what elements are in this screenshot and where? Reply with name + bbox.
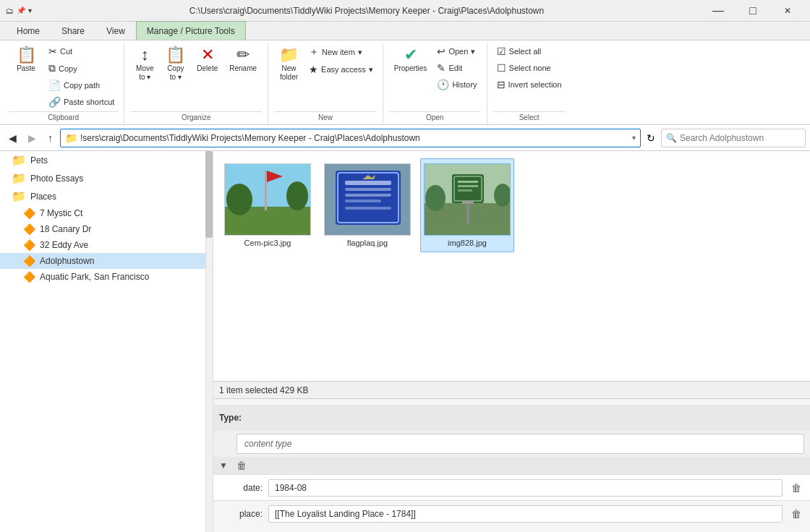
back-button[interactable]: ◀ xyxy=(4,129,21,147)
organize-group: ↕ Moveto ▾ 📋 Copyto ▾ ✕ Delete ✏ Rename … xyxy=(124,43,268,124)
svg-rect-2 xyxy=(265,171,267,210)
sidebar-item-18canary[interactable]: 🔶 18 Canary Dr xyxy=(0,221,213,237)
svg-rect-17 xyxy=(452,174,484,203)
copy-to-button[interactable]: 📋 Copyto ▾ xyxy=(161,43,190,85)
delete-field-icon[interactable]: 🗑 xyxy=(234,458,250,473)
clipboard-small-btns: ✂ Cut ⧉ Copy 📄 Copy path 🔗 Paste shortcu… xyxy=(45,43,118,110)
folder-path-icon: 📁 xyxy=(65,132,77,144)
type-label: Type: xyxy=(219,413,242,423)
open-button[interactable]: ↩ Open ▾ xyxy=(433,43,480,59)
file-item-1[interactable]: flagplaq.jpg xyxy=(320,158,414,252)
tab-home[interactable]: Home xyxy=(6,21,51,40)
properties-icon: ✔ xyxy=(404,47,417,63)
new-folder-label: Newfolder xyxy=(280,64,298,82)
sidebar-scrollbar-thumb[interactable] xyxy=(205,151,213,238)
refresh-button[interactable]: ↻ xyxy=(644,129,658,147)
content-type-box[interactable]: content type xyxy=(236,434,804,454)
svg-point-5 xyxy=(286,181,308,210)
sidebar-item-photo-essays[interactable]: 📁 Photo Essays xyxy=(0,169,213,187)
edit-button[interactable]: ✎ Edit xyxy=(433,60,480,76)
copy-path-button[interactable]: 📄 Copy path xyxy=(45,77,118,93)
easy-access-button[interactable]: ★ Easy access ▾ xyxy=(305,61,377,77)
sidebar-item-pets[interactable]: 📁 Pets xyxy=(0,151,213,169)
forward-button[interactable]: ▶ xyxy=(24,129,40,147)
tab-picture-tools[interactable]: Manage / Picture Tools xyxy=(136,21,246,40)
select-btns: ☑ Select all ☐ Select none ⊟ Invert sele… xyxy=(493,43,566,93)
sidebar-scroll: 📁 Pets 📁 Photo Essays 📁 Places 🔶 7 Mysti… xyxy=(0,151,213,532)
select-group: ☑ Select all ☐ Select none ⊟ Invert sele… xyxy=(487,43,571,124)
sidebar-item-places[interactable]: 📁 Places xyxy=(0,187,213,205)
paste-icon: 📋 xyxy=(17,47,36,63)
thumb-svg-0 xyxy=(225,163,310,236)
folder-icon: 📁 xyxy=(12,171,26,185)
tab-share[interactable]: Share xyxy=(51,21,95,40)
main-area: 📁 Pets 📁 Photo Essays 📁 Places 🔶 7 Mysti… xyxy=(0,151,810,532)
search-box[interactable]: 🔍 xyxy=(661,129,806,147)
quick-access-pin: 📌 xyxy=(17,7,25,14)
search-input[interactable] xyxy=(680,133,801,143)
organize-group-items: ↕ Moveto ▾ 📋 Copyto ▾ ✕ Delete ✏ Rename xyxy=(130,43,262,110)
file-item-0[interactable]: Cem-pic3.jpg xyxy=(221,158,315,252)
up-button[interactable]: ↑ xyxy=(43,129,57,147)
select-all-icon: ☑ xyxy=(497,46,506,57)
copy-to-icon: 📋 xyxy=(166,47,185,63)
maximize-button[interactable]: □ xyxy=(736,4,770,18)
address-path[interactable]: 📁 !sers\craig\Documents\TiddlyWiki Proje… xyxy=(60,129,641,147)
delete-place-icon[interactable]: 🗑 xyxy=(788,507,804,521)
address-dropdown-button[interactable]: ▾ xyxy=(632,134,636,142)
select-none-icon: ☐ xyxy=(497,62,506,74)
sidebar-item-32eddy[interactable]: 🔶 32 Eddy Ave xyxy=(0,237,213,253)
new-folder-icon: 📁 xyxy=(279,47,299,63)
paste-shortcut-icon: 🔗 xyxy=(48,96,61,108)
easy-access-icon: ★ xyxy=(309,64,318,75)
file-thumb-1 xyxy=(324,163,411,236)
place-input[interactable] xyxy=(268,505,783,523)
title-bar: 🗂 📌 ▾ C:\Users\craig\Documents\TiddlyWik… xyxy=(0,0,810,22)
copy-button[interactable]: ⧉ Copy xyxy=(45,60,118,77)
cut-button[interactable]: ✂ Cut xyxy=(45,43,118,59)
properties-button[interactable]: ✔ Properties xyxy=(389,43,432,77)
status-text: 1 item selected 429 KB xyxy=(219,385,308,395)
move-to-button[interactable]: ↕ Moveto ▾ xyxy=(130,43,159,85)
minimize-button[interactable]: — xyxy=(702,4,735,18)
bottom-panel: Type: content type ▼ 🗑 date: 🗑 place: xyxy=(213,398,810,532)
collapse-icon[interactable]: ▼ xyxy=(219,460,228,471)
invert-selection-button[interactable]: ⊟ Invert selection xyxy=(493,77,566,93)
date-label: date: xyxy=(219,483,263,493)
copy-path-icon: 📄 xyxy=(48,80,61,91)
file-grid: Cem-pic3.jpg xyxy=(213,151,810,381)
sidebar-scrollbar[interactable] xyxy=(205,151,213,532)
new-item-icon: ＋ xyxy=(309,46,319,59)
sidebar-item-adolphustown[interactable]: 🔶 Adolphustown xyxy=(0,253,213,269)
paste-shortcut-button[interactable]: 🔗 Paste shortcut xyxy=(45,94,118,110)
sidebar-item-7mystic[interactable]: 🔶 7 Mystic Ct xyxy=(0,205,213,221)
delete-button[interactable]: ✕ Delete xyxy=(192,43,223,77)
rename-button[interactable]: ✏ Rename xyxy=(224,43,262,77)
status-bar: 1 item selected 429 KB xyxy=(213,381,810,398)
folder-icon: 🔶 xyxy=(23,207,35,219)
history-button[interactable]: 🕐 History xyxy=(433,77,480,93)
close-button[interactable]: ✕ xyxy=(771,4,804,18)
new-folder-button[interactable]: 📁 Newfolder xyxy=(274,43,304,85)
file-name-2: img828.jpg xyxy=(448,239,487,247)
svg-rect-20 xyxy=(462,201,474,204)
open-small-btns: ↩ Open ▾ ✎ Edit 🕐 History xyxy=(433,43,480,93)
delete-date-icon[interactable]: 🗑 xyxy=(788,481,804,495)
date-input[interactable] xyxy=(268,479,783,497)
select-none-button[interactable]: ☐ Select none xyxy=(493,60,566,76)
file-item-2[interactable]: img828.jpg xyxy=(420,158,514,252)
scissors-icon: ✂ xyxy=(48,46,57,57)
sidebar-item-aquatic-park[interactable]: 🔶 Aquatic Park, San Francisco xyxy=(0,269,213,285)
delete-icon: ✕ xyxy=(201,47,214,63)
tab-view[interactable]: View xyxy=(95,21,136,40)
clipboard-group-items: 📋 Paste ✂ Cut ⧉ Copy 📄 Copy path 🔗 xyxy=(9,43,118,110)
new-item-button[interactable]: ＋ New item ▾ xyxy=(305,43,377,61)
file-name-1: flagplaq.jpg xyxy=(347,239,388,247)
place-field-row: place: 🗑 xyxy=(213,500,810,526)
folder-icon: 🔶 xyxy=(23,271,35,283)
paste-button[interactable]: 📋 Paste xyxy=(9,43,43,77)
select-all-button[interactable]: ☑ Select all xyxy=(493,43,566,59)
svg-rect-19 xyxy=(466,203,469,225)
place-label: place: xyxy=(219,509,263,519)
content-area: Cem-pic3.jpg xyxy=(213,151,810,381)
